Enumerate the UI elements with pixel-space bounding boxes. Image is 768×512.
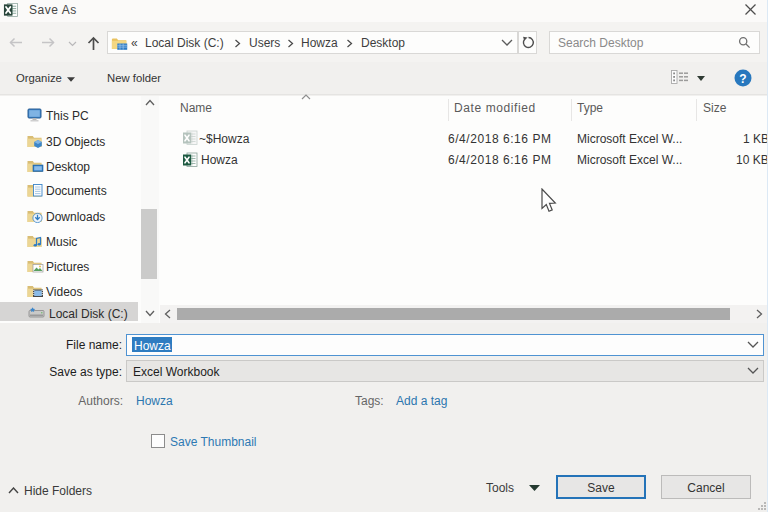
svg-text:?: ? (739, 72, 746, 86)
